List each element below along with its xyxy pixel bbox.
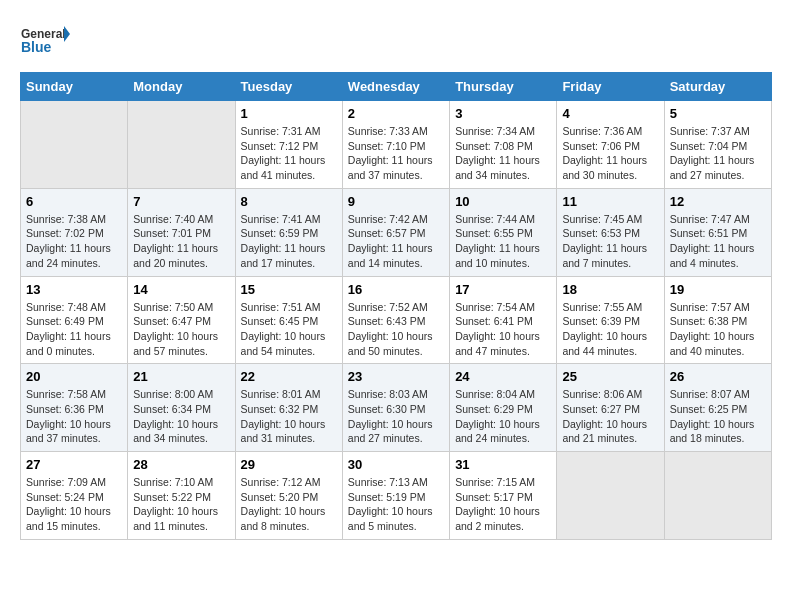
day-cell <box>128 101 235 189</box>
day-number: 1 <box>241 106 337 121</box>
day-cell: 26Sunrise: 8:07 AMSunset: 6:25 PMDayligh… <box>664 364 771 452</box>
day-number: 22 <box>241 369 337 384</box>
col-header-thursday: Thursday <box>450 73 557 101</box>
day-cell: 23Sunrise: 8:03 AMSunset: 6:30 PMDayligh… <box>342 364 449 452</box>
day-info: Sunrise: 8:03 AMSunset: 6:30 PMDaylight:… <box>348 387 444 446</box>
day-cell: 1Sunrise: 7:31 AMSunset: 7:12 PMDaylight… <box>235 101 342 189</box>
logo: General Blue <box>20 20 70 62</box>
logo-svg: General Blue <box>20 20 70 62</box>
week-row-4: 20Sunrise: 7:58 AMSunset: 6:36 PMDayligh… <box>21 364 772 452</box>
svg-text:Blue: Blue <box>21 39 52 55</box>
day-cell: 14Sunrise: 7:50 AMSunset: 6:47 PMDayligh… <box>128 276 235 364</box>
day-number: 20 <box>26 369 122 384</box>
day-number: 12 <box>670 194 766 209</box>
day-number: 28 <box>133 457 229 472</box>
week-row-3: 13Sunrise: 7:48 AMSunset: 6:49 PMDayligh… <box>21 276 772 364</box>
day-cell: 10Sunrise: 7:44 AMSunset: 6:55 PMDayligh… <box>450 188 557 276</box>
day-number: 8 <box>241 194 337 209</box>
col-header-monday: Monday <box>128 73 235 101</box>
day-cell: 9Sunrise: 7:42 AMSunset: 6:57 PMDaylight… <box>342 188 449 276</box>
day-cell: 29Sunrise: 7:12 AMSunset: 5:20 PMDayligh… <box>235 452 342 540</box>
day-cell: 24Sunrise: 8:04 AMSunset: 6:29 PMDayligh… <box>450 364 557 452</box>
week-row-2: 6Sunrise: 7:38 AMSunset: 7:02 PMDaylight… <box>21 188 772 276</box>
day-cell: 28Sunrise: 7:10 AMSunset: 5:22 PMDayligh… <box>128 452 235 540</box>
day-info: Sunrise: 7:41 AMSunset: 6:59 PMDaylight:… <box>241 212 337 271</box>
week-row-1: 1Sunrise: 7:31 AMSunset: 7:12 PMDaylight… <box>21 101 772 189</box>
day-cell: 27Sunrise: 7:09 AMSunset: 5:24 PMDayligh… <box>21 452 128 540</box>
day-cell: 30Sunrise: 7:13 AMSunset: 5:19 PMDayligh… <box>342 452 449 540</box>
day-info: Sunrise: 7:13 AMSunset: 5:19 PMDaylight:… <box>348 475 444 534</box>
day-cell: 15Sunrise: 7:51 AMSunset: 6:45 PMDayligh… <box>235 276 342 364</box>
day-cell: 25Sunrise: 8:06 AMSunset: 6:27 PMDayligh… <box>557 364 664 452</box>
day-number: 26 <box>670 369 766 384</box>
day-cell: 22Sunrise: 8:01 AMSunset: 6:32 PMDayligh… <box>235 364 342 452</box>
day-info: Sunrise: 7:54 AMSunset: 6:41 PMDaylight:… <box>455 300 551 359</box>
day-cell: 16Sunrise: 7:52 AMSunset: 6:43 PMDayligh… <box>342 276 449 364</box>
day-number: 19 <box>670 282 766 297</box>
day-cell: 6Sunrise: 7:38 AMSunset: 7:02 PMDaylight… <box>21 188 128 276</box>
day-info: Sunrise: 7:40 AMSunset: 7:01 PMDaylight:… <box>133 212 229 271</box>
col-header-wednesday: Wednesday <box>342 73 449 101</box>
day-cell: 17Sunrise: 7:54 AMSunset: 6:41 PMDayligh… <box>450 276 557 364</box>
day-info: Sunrise: 8:06 AMSunset: 6:27 PMDaylight:… <box>562 387 658 446</box>
day-number: 23 <box>348 369 444 384</box>
day-info: Sunrise: 7:44 AMSunset: 6:55 PMDaylight:… <box>455 212 551 271</box>
day-info: Sunrise: 7:34 AMSunset: 7:08 PMDaylight:… <box>455 124 551 183</box>
day-info: Sunrise: 7:12 AMSunset: 5:20 PMDaylight:… <box>241 475 337 534</box>
day-info: Sunrise: 7:48 AMSunset: 6:49 PMDaylight:… <box>26 300 122 359</box>
day-info: Sunrise: 7:37 AMSunset: 7:04 PMDaylight:… <box>670 124 766 183</box>
day-info: Sunrise: 7:38 AMSunset: 7:02 PMDaylight:… <box>26 212 122 271</box>
day-number: 16 <box>348 282 444 297</box>
day-info: Sunrise: 7:47 AMSunset: 6:51 PMDaylight:… <box>670 212 766 271</box>
day-cell: 13Sunrise: 7:48 AMSunset: 6:49 PMDayligh… <box>21 276 128 364</box>
day-cell: 31Sunrise: 7:15 AMSunset: 5:17 PMDayligh… <box>450 452 557 540</box>
day-info: Sunrise: 8:07 AMSunset: 6:25 PMDaylight:… <box>670 387 766 446</box>
week-row-5: 27Sunrise: 7:09 AMSunset: 5:24 PMDayligh… <box>21 452 772 540</box>
day-info: Sunrise: 7:31 AMSunset: 7:12 PMDaylight:… <box>241 124 337 183</box>
day-number: 9 <box>348 194 444 209</box>
page-header: General Blue <box>20 20 772 62</box>
day-info: Sunrise: 7:51 AMSunset: 6:45 PMDaylight:… <box>241 300 337 359</box>
day-cell <box>664 452 771 540</box>
header-row: SundayMondayTuesdayWednesdayThursdayFrid… <box>21 73 772 101</box>
day-number: 4 <box>562 106 658 121</box>
day-info: Sunrise: 8:01 AMSunset: 6:32 PMDaylight:… <box>241 387 337 446</box>
col-header-friday: Friday <box>557 73 664 101</box>
day-info: Sunrise: 7:57 AMSunset: 6:38 PMDaylight:… <box>670 300 766 359</box>
col-header-sunday: Sunday <box>21 73 128 101</box>
day-number: 7 <box>133 194 229 209</box>
day-number: 15 <box>241 282 337 297</box>
day-number: 11 <box>562 194 658 209</box>
day-number: 24 <box>455 369 551 384</box>
day-number: 27 <box>26 457 122 472</box>
day-info: Sunrise: 7:15 AMSunset: 5:17 PMDaylight:… <box>455 475 551 534</box>
day-info: Sunrise: 8:00 AMSunset: 6:34 PMDaylight:… <box>133 387 229 446</box>
day-number: 3 <box>455 106 551 121</box>
day-cell: 3Sunrise: 7:34 AMSunset: 7:08 PMDaylight… <box>450 101 557 189</box>
day-number: 5 <box>670 106 766 121</box>
day-number: 17 <box>455 282 551 297</box>
day-number: 10 <box>455 194 551 209</box>
day-info: Sunrise: 7:33 AMSunset: 7:10 PMDaylight:… <box>348 124 444 183</box>
day-info: Sunrise: 7:42 AMSunset: 6:57 PMDaylight:… <box>348 212 444 271</box>
day-cell <box>557 452 664 540</box>
day-info: Sunrise: 7:55 AMSunset: 6:39 PMDaylight:… <box>562 300 658 359</box>
day-info: Sunrise: 7:09 AMSunset: 5:24 PMDaylight:… <box>26 475 122 534</box>
day-cell <box>21 101 128 189</box>
day-number: 14 <box>133 282 229 297</box>
day-number: 6 <box>26 194 122 209</box>
day-info: Sunrise: 7:58 AMSunset: 6:36 PMDaylight:… <box>26 387 122 446</box>
day-cell: 8Sunrise: 7:41 AMSunset: 6:59 PMDaylight… <box>235 188 342 276</box>
day-number: 30 <box>348 457 444 472</box>
day-info: Sunrise: 7:10 AMSunset: 5:22 PMDaylight:… <box>133 475 229 534</box>
day-cell: 7Sunrise: 7:40 AMSunset: 7:01 PMDaylight… <box>128 188 235 276</box>
day-cell: 5Sunrise: 7:37 AMSunset: 7:04 PMDaylight… <box>664 101 771 189</box>
day-info: Sunrise: 7:45 AMSunset: 6:53 PMDaylight:… <box>562 212 658 271</box>
day-cell: 20Sunrise: 7:58 AMSunset: 6:36 PMDayligh… <box>21 364 128 452</box>
day-cell: 4Sunrise: 7:36 AMSunset: 7:06 PMDaylight… <box>557 101 664 189</box>
day-info: Sunrise: 7:50 AMSunset: 6:47 PMDaylight:… <box>133 300 229 359</box>
day-cell: 11Sunrise: 7:45 AMSunset: 6:53 PMDayligh… <box>557 188 664 276</box>
day-info: Sunrise: 8:04 AMSunset: 6:29 PMDaylight:… <box>455 387 551 446</box>
day-number: 2 <box>348 106 444 121</box>
day-info: Sunrise: 7:36 AMSunset: 7:06 PMDaylight:… <box>562 124 658 183</box>
